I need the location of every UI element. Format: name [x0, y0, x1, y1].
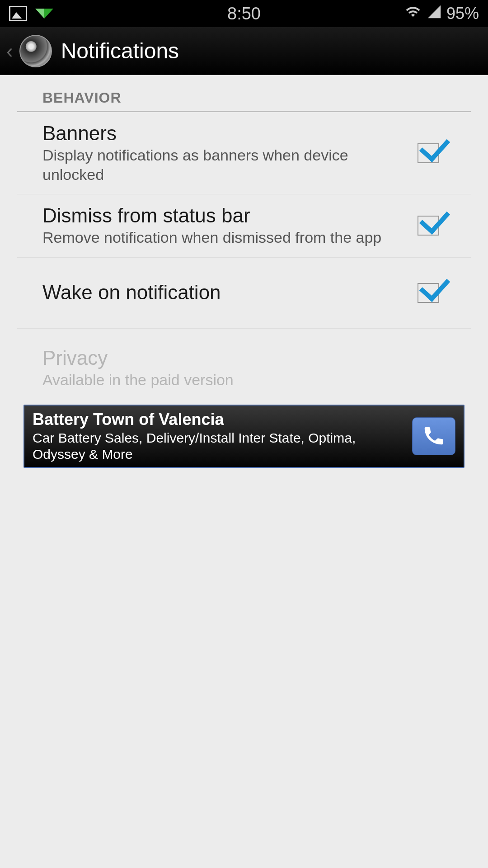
- ad-call-button[interactable]: [412, 417, 455, 455]
- checkbox-wake[interactable]: [418, 283, 439, 303]
- ad-banner[interactable]: Battery Town of Valencia Car Battery Sal…: [23, 405, 465, 468]
- wifi-icon: [404, 4, 422, 24]
- setting-banners[interactable]: Banners Display notifications as banners…: [17, 112, 471, 194]
- checkbox-dismiss[interactable]: [418, 216, 439, 236]
- content: BEHAVIOR Banners Display notifications a…: [0, 75, 488, 468]
- setting-wake[interactable]: Wake on notification: [17, 258, 471, 329]
- setting-banners-sub: Display notifications as banners when de…: [42, 146, 404, 184]
- signal-icon: [427, 4, 442, 24]
- setting-privacy-title: Privacy: [42, 347, 432, 369]
- setting-dismiss-title: Dismiss from status bar: [42, 204, 404, 227]
- paper-plane-icon: [35, 9, 53, 19]
- checkbox-banners[interactable]: [418, 143, 439, 163]
- back-icon[interactable]: ‹: [6, 40, 13, 62]
- setting-privacy: Privacy Available in the paid version: [17, 329, 471, 403]
- section-header-behavior: BEHAVIOR: [17, 75, 471, 112]
- page-title: Notifications: [61, 38, 179, 63]
- setting-dismiss[interactable]: Dismiss from status bar Remove notificat…: [17, 194, 471, 258]
- setting-privacy-sub: Available in the paid version: [42, 370, 432, 390]
- ad-title: Battery Town of Valencia: [33, 410, 412, 429]
- app-icon: [19, 35, 52, 67]
- action-bar[interactable]: ‹ Notifications: [0, 27, 488, 75]
- ad-body: Car Battery Sales, Delivery/Install Inte…: [33, 430, 412, 462]
- setting-wake-title: Wake on notification: [42, 281, 404, 304]
- setting-privacy-text: Privacy Available in the paid version: [42, 347, 446, 390]
- status-right: 95%: [404, 4, 479, 24]
- ad-text: Battery Town of Valencia Car Battery Sal…: [33, 410, 412, 462]
- setting-banners-title: Banners: [42, 122, 404, 145]
- setting-dismiss-sub: Remove notification when dismissed from …: [42, 228, 404, 247]
- status-bar: 8:50 95%: [0, 0, 488, 27]
- clock: 8:50: [227, 4, 261, 24]
- phone-icon: [422, 423, 446, 449]
- setting-banners-text: Banners Display notifications as banners…: [42, 122, 418, 184]
- setting-wake-text: Wake on notification: [42, 281, 418, 305]
- battery-percent: 95%: [446, 4, 479, 23]
- status-left: [9, 6, 53, 21]
- setting-dismiss-text: Dismiss from status bar Remove notificat…: [42, 204, 418, 247]
- screenshot-notification-icon: [9, 6, 27, 21]
